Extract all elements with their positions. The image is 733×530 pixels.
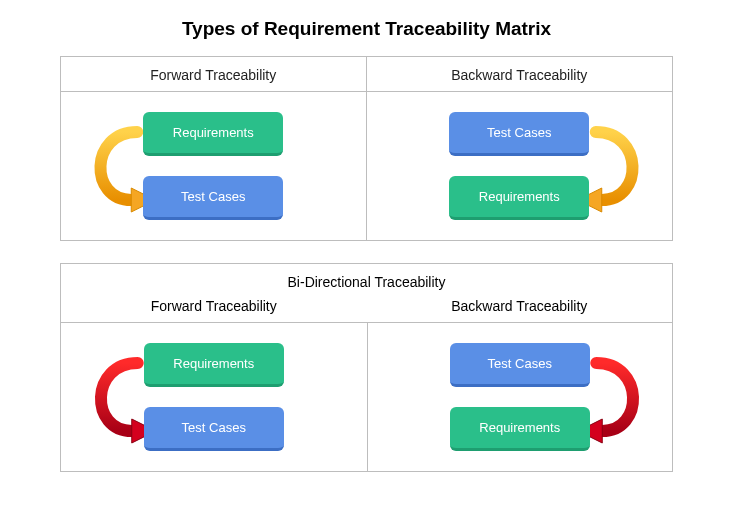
- backward-panel-body: Test Cases Requirements: [367, 92, 673, 240]
- test-cases-block: Test Cases: [449, 112, 589, 156]
- bidirectional-body: Requirements Test Cases Test Cases Requi…: [61, 323, 672, 471]
- requirements-block: Requirements: [143, 112, 283, 156]
- test-cases-block: Test Cases: [450, 343, 590, 387]
- forward-panel-header: Forward Traceability: [61, 57, 366, 92]
- backward-traceability-panel: Backward Traceability Test Cases Require…: [367, 56, 674, 241]
- backward-panel-header: Backward Traceability: [367, 57, 673, 92]
- bidirectional-header: Bi-Directional Traceability: [61, 264, 672, 296]
- requirements-block: Requirements: [449, 176, 589, 220]
- requirements-block: Requirements: [144, 343, 284, 387]
- bidirectional-panel: Bi-Directional Traceability Forward Trac…: [60, 263, 673, 472]
- bidirectional-subheader-row: Forward Traceability Backward Traceabili…: [61, 296, 672, 322]
- test-cases-block: Test Cases: [143, 176, 283, 220]
- requirements-block: Requirements: [450, 407, 590, 451]
- test-cases-block: Test Cases: [144, 407, 284, 451]
- bidir-backward-subheader: Backward Traceability: [367, 296, 673, 322]
- forward-traceability-panel: Forward Traceability Requirements Test C…: [60, 56, 367, 241]
- bidir-forward-col: Requirements Test Cases: [61, 323, 367, 471]
- top-panels-row: Forward Traceability Requirements Test C…: [60, 56, 673, 241]
- forward-panel-body: Requirements Test Cases: [61, 92, 366, 240]
- bidir-backward-col: Test Cases Requirements: [367, 323, 673, 471]
- page-title: Types of Requirement Traceability Matrix: [60, 18, 673, 40]
- bidir-forward-subheader: Forward Traceability: [61, 296, 367, 322]
